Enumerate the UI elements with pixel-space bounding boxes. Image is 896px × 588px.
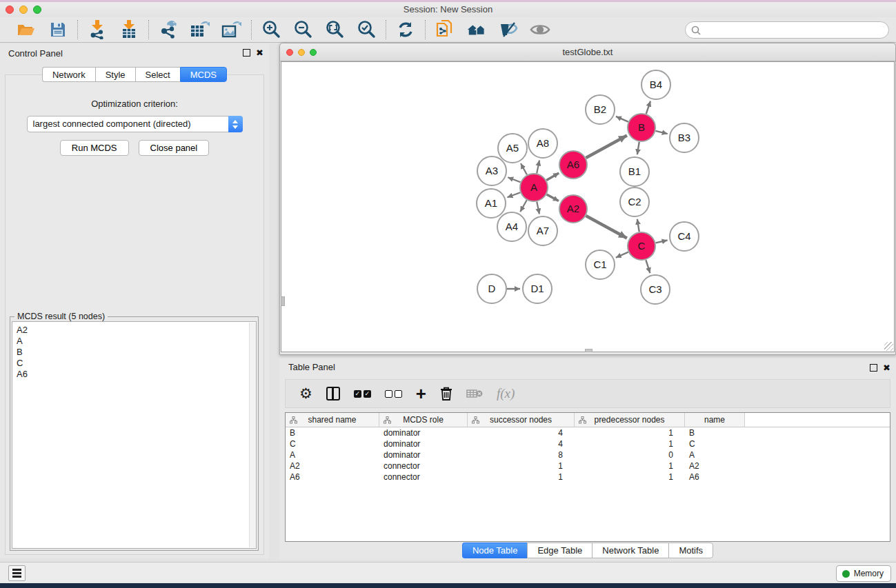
tab-motifs[interactable]: Motifs: [668, 543, 713, 558]
graph-node-C4[interactable]: C4: [670, 222, 699, 251]
graph-node-B2[interactable]: B2: [586, 95, 615, 124]
dropdown-stepper-icon[interactable]: [228, 116, 243, 132]
table-settings-icon[interactable]: ⚙: [299, 383, 312, 404]
table-cell[interactable]: dominator: [379, 427, 468, 438]
table-row[interactable]: A6connector11A6: [286, 472, 890, 483]
table-cell[interactable]: C: [685, 438, 745, 449]
graph-node-B4[interactable]: B4: [641, 70, 670, 99]
table-cell[interactable]: A: [286, 449, 379, 460]
run-mcds-button[interactable]: Run MCDS: [60, 140, 129, 156]
table-cell[interactable]: A2: [685, 460, 745, 472]
graph-node-A8[interactable]: A8: [528, 129, 557, 158]
float-panel-icon[interactable]: [243, 49, 250, 57]
window-resize-grip[interactable]: [884, 342, 893, 351]
search-input[interactable]: [704, 26, 877, 35]
table-cell[interactable]: 1: [468, 472, 575, 483]
table-cell[interactable]: dominator: [379, 449, 468, 460]
mcds-result-item[interactable]: C: [17, 358, 256, 369]
graph-node-B1[interactable]: B1: [620, 157, 649, 186]
tab-mcds[interactable]: MCDS: [180, 67, 227, 82]
graphics-details-icon[interactable]: [498, 19, 519, 40]
table-cell[interactable]: dominator: [379, 438, 468, 449]
mcds-result-item[interactable]: B: [17, 347, 256, 358]
mcds-result-list[interactable]: A2ABCA6: [12, 321, 257, 549]
refresh-icon[interactable]: [395, 19, 416, 40]
table-row[interactable]: Adominator80A: [286, 449, 890, 460]
function-builder-icon[interactable]: f(x): [497, 383, 515, 404]
export-table-icon[interactable]: [190, 19, 210, 40]
column-header[interactable]: shared name: [286, 413, 379, 427]
table-cell[interactable]: C: [286, 438, 379, 449]
close-panel-icon[interactable]: ✖: [256, 49, 263, 57]
close-panel-button[interactable]: Close panel: [139, 140, 210, 156]
export-network-icon[interactable]: [158, 19, 179, 40]
mcds-result-item[interactable]: A2: [17, 325, 256, 336]
float-table-panel-icon[interactable]: [870, 364, 877, 372]
export-image-icon[interactable]: [221, 19, 242, 40]
column-header[interactable]: name: [685, 413, 745, 427]
select-all-icon[interactable]: ✓✓: [354, 383, 371, 404]
ndex-documents-icon[interactable]: [435, 19, 455, 40]
graph-node-A5[interactable]: A5: [498, 134, 527, 163]
mcds-result-item[interactable]: A: [17, 336, 256, 347]
network-window-titlebar[interactable]: testGlobe.txt: [280, 43, 895, 61]
import-table-icon[interactable]: [119, 19, 139, 40]
zoom-fit-icon[interactable]: [324, 19, 345, 40]
column-header[interactable]: MCDS role: [379, 413, 468, 427]
close-table-panel-icon[interactable]: ✖: [883, 364, 890, 372]
table-cell[interactable]: 4: [468, 438, 575, 449]
graph-node-A[interactable]: A: [520, 174, 548, 201]
graph-node-A4[interactable]: A4: [497, 212, 526, 241]
zoom-selected-icon[interactable]: [356, 19, 377, 40]
column-header[interactable]: predecessor nodes: [575, 413, 685, 427]
delete-column-icon[interactable]: [440, 383, 452, 404]
column-header[interactable]: successor nodes: [468, 413, 575, 427]
zoom-out-icon[interactable]: [292, 19, 313, 40]
graph-node-C[interactable]: C: [628, 232, 655, 260]
table-cell[interactable]: connector: [379, 460, 468, 472]
graph-node-A7[interactable]: A7: [528, 216, 557, 245]
tab-edge-table[interactable]: Edge Table: [527, 543, 592, 558]
graph-node-B[interactable]: B: [628, 114, 655, 141]
table-body[interactable]: Bdominator41BCdominator41CAdominator80AA…: [286, 427, 890, 483]
ndex-houses-icon[interactable]: [466, 19, 487, 40]
graph-node-C3[interactable]: C3: [641, 275, 670, 304]
search-box[interactable]: [685, 21, 889, 39]
tab-node-table[interactable]: Node Table: [462, 543, 528, 558]
delete-table-icon[interactable]: [466, 383, 483, 404]
criterion-dropdown[interactable]: largest connected component (directed): [27, 116, 243, 132]
graph-node-A1[interactable]: A1: [477, 189, 506, 218]
result-scrollbar[interactable]: [249, 323, 256, 547]
node-table[interactable]: shared nameMCDS rolesuccessor nodesprede…: [285, 412, 890, 542]
table-cell[interactable]: 1: [575, 472, 685, 483]
table-cell[interactable]: A: [685, 449, 745, 460]
graph-node-C1[interactable]: C1: [586, 250, 615, 279]
add-column-icon[interactable]: +: [416, 383, 426, 404]
save-session-icon[interactable]: [48, 19, 68, 40]
memory-button[interactable]: Memory: [836, 565, 891, 582]
table-row[interactable]: Cdominator41C: [286, 438, 890, 449]
table-cell[interactable]: 4: [468, 427, 575, 438]
vertical-scrollbar-thumb[interactable]: [281, 296, 285, 306]
table-cell[interactable]: B: [286, 427, 379, 438]
table-cell[interactable]: 0: [575, 449, 685, 460]
birds-eye-view-icon[interactable]: [530, 19, 550, 40]
table-row[interactable]: A2connector11A2: [286, 460, 890, 472]
table-cell[interactable]: A6: [685, 472, 745, 483]
tab-style[interactable]: Style: [95, 67, 135, 82]
table-header-row[interactable]: shared nameMCDS rolesuccessor nodesprede…: [286, 413, 890, 427]
table-cell[interactable]: 1: [468, 460, 575, 472]
zoom-in-icon[interactable]: [261, 19, 281, 40]
table-cell[interactable]: B: [685, 427, 745, 438]
graph-node-D[interactable]: D: [477, 274, 506, 303]
column-visibility-icon[interactable]: [326, 383, 340, 404]
tab-network-table[interactable]: Network Table: [592, 543, 668, 558]
tab-network[interactable]: Network: [42, 67, 95, 82]
mcds-result-item[interactable]: A6: [17, 369, 256, 380]
table-row[interactable]: Bdominator41B: [286, 427, 890, 438]
horizontal-scrollbar-thumb[interactable]: [585, 349, 593, 352]
network-canvas[interactable]: B4B2BB3A5A8A6A3B1AA1C2A2A4A7C4CC1C3DD1: [281, 61, 895, 352]
table-cell[interactable]: A6: [286, 472, 379, 483]
graph-node-B3[interactable]: B3: [670, 123, 699, 152]
table-cell[interactable]: 1: [575, 438, 685, 449]
